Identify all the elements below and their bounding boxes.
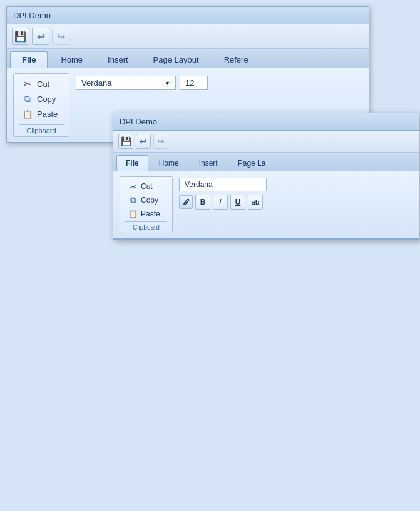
font-dropdown[interactable]: Verdana ▼	[76, 76, 176, 90]
inner-copy-icon: ⧉	[128, 195, 138, 205]
main-title: DPI Demo	[13, 11, 51, 20]
inner-save-icon: 💾	[121, 136, 131, 146]
tab-page-layout[interactable]: Page Layout	[141, 51, 211, 68]
inner-undo-icon: ↩	[140, 136, 147, 146]
tab-home[interactable]: Home	[49, 51, 95, 68]
undo-button[interactable]: ↩	[32, 28, 49, 45]
redo-button[interactable]: ↪	[52, 28, 69, 45]
inner-ribbon-content: ✂ Cut ⧉ Copy 📋 Paste Clipboard Verdana	[113, 171, 419, 239]
redo-icon: ↪	[57, 31, 65, 43]
inner-tab-file[interactable]: File	[116, 155, 148, 171]
bold-label: B	[200, 198, 206, 206]
inner-clipboard-group: ✂ Cut ⧉ Copy 📋 Paste Clipboard	[120, 176, 173, 233]
tab-insert[interactable]: Insert	[96, 51, 140, 68]
inner-bold-button[interactable]: B	[195, 195, 210, 210]
inner-tab-page-layout[interactable]: Page La	[228, 155, 275, 171]
paste-icon: 📋	[22, 108, 33, 119]
font-section: Verdana ▼ 12	[76, 73, 208, 93]
inner-clipboard-items: ✂ Cut ⧉ Copy 📋 Paste	[125, 180, 167, 221]
inner-redo-button[interactable]: ↪	[153, 134, 168, 149]
tab-references[interactable]: Refere	[212, 51, 260, 68]
inner-paste-button[interactable]: 📋 Paste	[125, 208, 167, 220]
inner-title-bar: DPI Demo	[113, 113, 419, 131]
inner-ab-button[interactable]: ab	[248, 195, 263, 210]
inner-font-section: Verdana 🖊 B I U ab	[179, 176, 267, 211]
inner-cut-icon: ✂	[128, 181, 138, 191]
tab-file[interactable]: File	[10, 51, 48, 68]
save-button[interactable]: 💾	[12, 28, 29, 45]
paste-button[interactable]: 📋 Paste	[19, 107, 64, 121]
italic-label: I	[219, 198, 221, 206]
format-icon: 🖊	[183, 198, 190, 206]
inner-save-button[interactable]: 💾	[118, 134, 133, 149]
inner-tab-insert[interactable]: Insert	[190, 155, 227, 171]
dropdown-arrow-icon: ▼	[165, 80, 170, 86]
underline-label: U	[235, 198, 241, 206]
inner-undo-button[interactable]: ↩	[136, 134, 151, 149]
inner-clipboard-label: Clipboard	[125, 221, 167, 231]
inner-ribbon-tabs: File Home Insert Page La	[113, 153, 419, 171]
inner-quick-access: 💾 ↩ ↪	[113, 131, 419, 153]
main-title-bar: DPI Demo	[7, 7, 369, 24]
inner-copy-button[interactable]: ⧉ Copy	[125, 194, 167, 206]
undo-icon: ↩	[37, 31, 45, 43]
inner-title: DPI Demo	[120, 117, 157, 126]
cut-button[interactable]: ✂ Cut	[19, 77, 64, 91]
clipboard-items: ✂ Cut ⧉ Copy 📋 Paste	[19, 77, 64, 121]
clipboard-group: ✂ Cut ⧉ Copy 📋 Paste Clipboard	[13, 73, 69, 137]
inner-redo-icon: ↪	[157, 136, 165, 146]
inner-underline-button[interactable]: U	[230, 195, 245, 210]
font-controls: Verdana ▼ 12	[76, 73, 208, 93]
inner-paste-icon: 📋	[128, 209, 138, 219]
cut-icon: ✂	[22, 78, 33, 89]
save-icon: 💾	[14, 31, 27, 43]
copy-icon: ⧉	[22, 93, 33, 104]
main-ribbon-tabs: File Home Insert Page Layout Refere	[7, 49, 369, 68]
clipboard-label: Clipboard	[19, 124, 64, 134]
inner-window: DPI Demo 💾 ↩ ↪ File Home Insert Page La	[113, 113, 419, 240]
ab-label: ab	[252, 198, 260, 206]
font-size-input[interactable]: 12	[180, 76, 208, 90]
inner-format-button[interactable]: 🖊	[179, 195, 193, 209]
main-quick-access: 💾 ↩ ↪	[7, 24, 369, 49]
inner-italic-button[interactable]: I	[213, 195, 228, 210]
inner-tab-home[interactable]: Home	[150, 155, 188, 171]
inner-font-tools: 🖊 B I U ab	[179, 195, 267, 210]
inner-cut-button[interactable]: ✂ Cut	[125, 180, 167, 193]
copy-button[interactable]: ⧉ Copy	[19, 92, 64, 106]
inner-font-dropdown[interactable]: Verdana	[179, 178, 267, 191]
